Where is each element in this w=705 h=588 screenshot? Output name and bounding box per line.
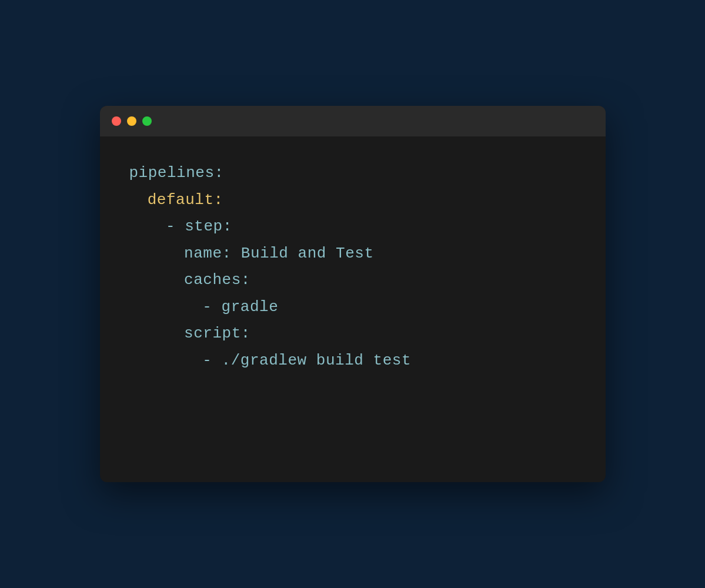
terminal-window: pipelines: default: - step: name: Build … bbox=[100, 106, 606, 482]
terminal-body: pipelines: default: - step: name: Build … bbox=[100, 136, 606, 409]
code-line-4: name: Build and Test bbox=[129, 240, 576, 268]
maximize-button-icon[interactable] bbox=[142, 116, 152, 126]
terminal-titlebar bbox=[100, 106, 606, 136]
code-line-7: script: bbox=[129, 320, 576, 348]
code-line-2: default: bbox=[129, 187, 576, 214]
minimize-button-icon[interactable] bbox=[127, 116, 136, 126]
code-line-8: - ./gradlew build test bbox=[129, 348, 576, 375]
close-button-icon[interactable] bbox=[112, 116, 121, 126]
code-block: pipelines: default: - step: name: Build … bbox=[129, 160, 576, 374]
code-line-1: pipelines: bbox=[129, 160, 576, 187]
code-line-3: - step: bbox=[129, 213, 576, 240]
code-line-6: - gradle bbox=[129, 294, 576, 321]
code-line-5: caches: bbox=[129, 267, 576, 294]
